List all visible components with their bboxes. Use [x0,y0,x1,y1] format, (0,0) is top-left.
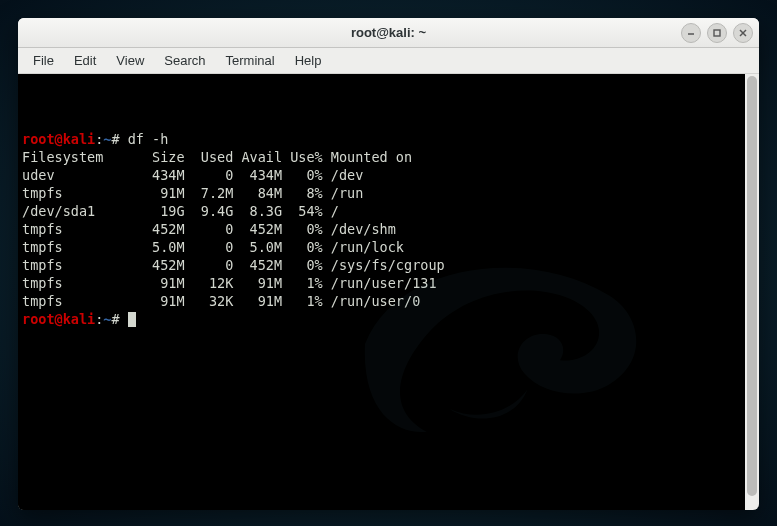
menu-view[interactable]: View [107,50,153,71]
menu-edit[interactable]: Edit [65,50,105,71]
close-button[interactable] [733,23,753,43]
window-title: root@kali: ~ [351,25,426,40]
terminal-window: root@kali: ~ File Edit View Search Termi… [18,18,759,510]
minimize-icon [686,28,696,38]
scrollbar[interactable] [745,74,759,510]
terminal-content: root@kali:~# df -hFilesystem Size Used A… [22,130,741,328]
menu-file[interactable]: File [24,50,63,71]
maximize-button[interactable] [707,23,727,43]
terminal-area[interactable]: root@kali:~# df -hFilesystem Size Used A… [18,74,745,510]
titlebar: root@kali: ~ [18,18,759,48]
menu-help[interactable]: Help [286,50,331,71]
scrollbar-thumb[interactable] [747,76,757,496]
terminal-area-wrap: root@kali:~# df -hFilesystem Size Used A… [18,74,759,510]
menu-terminal[interactable]: Terminal [217,50,284,71]
menubar: File Edit View Search Terminal Help [18,48,759,74]
menu-search[interactable]: Search [155,50,214,71]
svg-rect-1 [714,30,720,36]
minimize-button[interactable] [681,23,701,43]
close-icon [738,28,748,38]
window-controls [681,23,753,43]
maximize-icon [712,28,722,38]
